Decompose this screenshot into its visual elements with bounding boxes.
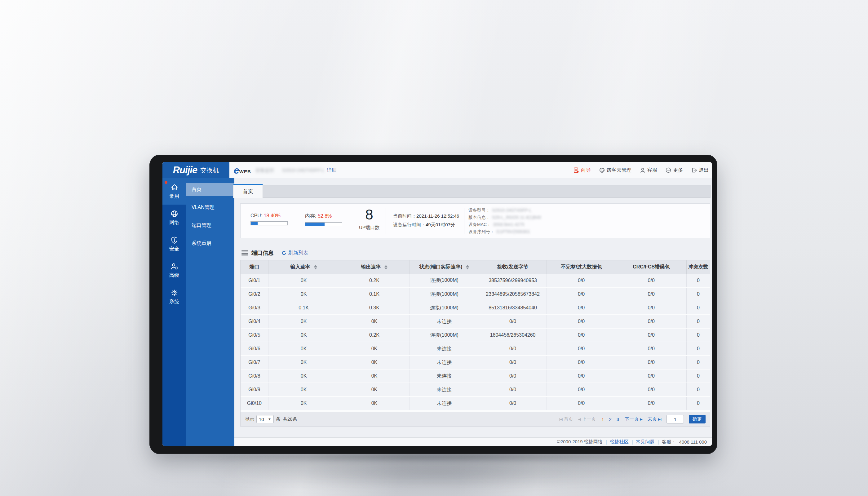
table-cell: 0/0 [479, 397, 546, 410]
table-cell: 1804456/265304260 [479, 328, 546, 342]
sidebar-item-advanced[interactable]: 高级 [162, 257, 186, 284]
sidebar-item-common[interactable]: 常用 [162, 178, 186, 205]
table-cell: 0/0 [616, 315, 686, 328]
memory-value: 52.8% [318, 213, 332, 219]
table-cell: 0.1K [268, 301, 339, 315]
more-button[interactable]: 更多 [665, 167, 683, 174]
cpu-progress-fill [251, 222, 258, 225]
blurred-device-label: 设备监控 [255, 167, 274, 174]
tab-strip [233, 185, 711, 198]
table-cell: 0/0 [546, 301, 616, 315]
table-cell: Gi0/1 [241, 274, 268, 288]
next-page-button[interactable]: 下一页▶ [625, 416, 642, 422]
footer-link[interactable]: 常见问题 [636, 439, 655, 445]
table-cell: 0K [339, 369, 409, 383]
system-icon [170, 289, 179, 297]
table-cell: 0/0 [616, 328, 686, 342]
sort-down-icon [384, 267, 388, 269]
menu-item[interactable]: VLAN管理 [186, 201, 234, 214]
goto-page-input[interactable] [666, 415, 684, 423]
column-header-label: 输入速率 [291, 264, 310, 269]
table-cell: 0 [686, 369, 710, 383]
sort-icon[interactable] [466, 265, 469, 269]
page-size-select[interactable]: 10 ▼ [257, 415, 274, 423]
first-page-button[interactable]: |◀首页 [559, 416, 573, 422]
table-cell: 0/0 [546, 328, 616, 342]
column-header-label: 状态(端口实际速率) [419, 264, 463, 269]
ruijie-logo-text: Ruijie [173, 165, 197, 176]
sort-icon[interactable] [314, 265, 317, 269]
cloud-button[interactable]: 诺客云管理 [599, 167, 632, 174]
page-number-3[interactable]: 3 [616, 417, 620, 422]
table-cell: 0K [268, 383, 339, 397]
overview-panel: CPU: 18.40% 内存: 52.8% 8 UP端口数 当 [240, 203, 710, 238]
table-cell: 0/0 [546, 288, 616, 301]
menu-item[interactable]: 首页 [186, 183, 234, 196]
device-info-value: S29-L_RGOS 11.4(1)B40 [492, 215, 541, 220]
confirm-button[interactable]: 确定 [689, 415, 706, 423]
security-icon [170, 236, 179, 244]
device-info-section: 设备型号：S2910-24GT4SFP-L版本信息：S29-L_RGOS 11.… [468, 207, 541, 242]
support-button[interactable]: 客服 [639, 167, 657, 174]
first-page-icon: |◀ [559, 417, 562, 421]
table-cell: 0K [339, 356, 409, 369]
table-cell: 0K [268, 328, 339, 342]
table-cell: 0K [268, 369, 339, 383]
last-page-icon: ▶| [658, 417, 662, 421]
table-cell: 0/0 [616, 342, 686, 356]
column-header-label: 冲突次数 [688, 264, 708, 269]
refresh-list-label: 刷新列表 [288, 250, 308, 257]
pager-controls: |◀首页 ◀上一页 123 下一页▶ 末页▶| 确定 [559, 415, 706, 423]
table-row: Gi0/10K0.2K连接(1000M)38537596/2999409530/… [241, 274, 710, 288]
table-cell: Gi0/4 [241, 315, 268, 328]
sidebar-item-system[interactable]: 系统 [162, 284, 186, 310]
refresh-list-button[interactable]: 刷新列表 [281, 250, 308, 257]
unit-label: 条 [276, 416, 281, 422]
table-row: Gi0/80K0K未连接0/00/00/00 [241, 369, 710, 383]
up-port-count: 8 [352, 206, 386, 223]
table-cell: Gi0/5 [241, 328, 268, 342]
logout-button[interactable]: 退出 [691, 167, 709, 174]
device-info-value: 300d.9ee1.4275 [493, 222, 524, 227]
menu-burger-icon[interactable] [242, 250, 248, 255]
up-ports-section: 8 UP端口数 [352, 204, 386, 238]
sidebar-item-label: 系统 [169, 298, 179, 305]
footer-link[interactable]: 锐捷社区 [610, 439, 629, 445]
table-cell: 0/0 [616, 369, 686, 383]
menu-item[interactable]: 端口管理 [186, 219, 234, 232]
table-cell: 0/0 [616, 274, 686, 288]
current-time-value: 2021-11-26 12:52:46 [416, 213, 459, 219]
column-header[interactable]: 状态(端口实际速率) [409, 260, 479, 274]
tab-home[interactable]: 首页 [233, 184, 263, 198]
column-header: 接收/发送字节 [479, 260, 546, 274]
sort-icon[interactable] [384, 265, 388, 269]
column-header[interactable]: 输出速率 [339, 260, 409, 274]
table-titlebar: 端口信息 刷新列表 [242, 248, 308, 258]
table-row: Gi0/60K0K未连接0/00/00/00 [241, 342, 710, 356]
table-cell: 0 [686, 288, 710, 301]
monitor-floor-shadow [192, 456, 682, 490]
up-port-label: UP端口数 [352, 225, 386, 231]
column-header[interactable]: 输入速率 [268, 260, 339, 274]
sidebar-item-security[interactable]: 安全 [162, 231, 186, 257]
detail-link[interactable]: 详细 [327, 167, 337, 174]
table-cell: 0K [339, 342, 409, 356]
device-info-value: G1PT6VZ000301 [496, 229, 530, 234]
table-cell: Gi0/3 [241, 301, 268, 315]
device-info-label: 版本信息： [468, 215, 490, 220]
table-cell: 连接(1000M) [409, 301, 479, 315]
table-cell: 0 [686, 301, 710, 315]
table-cell: 0 [686, 383, 710, 397]
page-number-2[interactable]: 2 [608, 417, 612, 422]
logout-label: 退出 [699, 167, 709, 174]
table-row: Gi0/70K0K未连接0/00/00/00 [241, 356, 710, 369]
last-page-button[interactable]: 末页▶| [648, 416, 662, 422]
cpu-progressbar [250, 221, 288, 226]
time-section: 当前时间：2021-11-26 12:52:46 设备运行时间：49天01时07… [393, 212, 459, 246]
menu-item[interactable]: 系统重启 [186, 237, 234, 250]
wizard-button[interactable]: 向导 [573, 167, 591, 174]
prev-page-button[interactable]: ◀上一页 [578, 416, 596, 422]
sidebar-item-network[interactable]: 网络 [162, 205, 186, 231]
page-number-1[interactable]: 1 [601, 417, 604, 422]
sort-up-icon [466, 265, 469, 267]
